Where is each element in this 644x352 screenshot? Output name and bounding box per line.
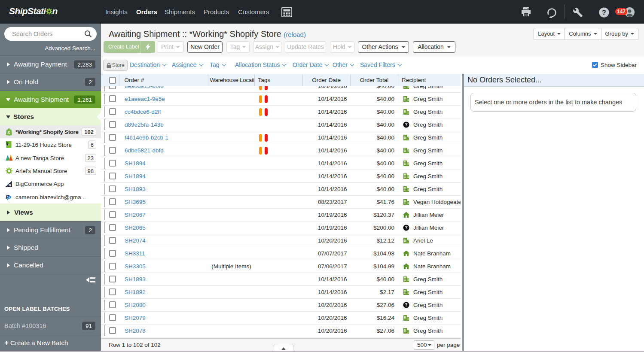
svg-text:P: P (7, 194, 11, 200)
svg-text:?: ? (405, 122, 407, 127)
svg-text:?: ? (405, 303, 407, 307)
svg-text:B: B (9, 183, 11, 187)
svg-text:?: ? (602, 9, 606, 16)
svg-text:?: ? (405, 225, 407, 230)
svg-text:S: S (7, 130, 10, 135)
